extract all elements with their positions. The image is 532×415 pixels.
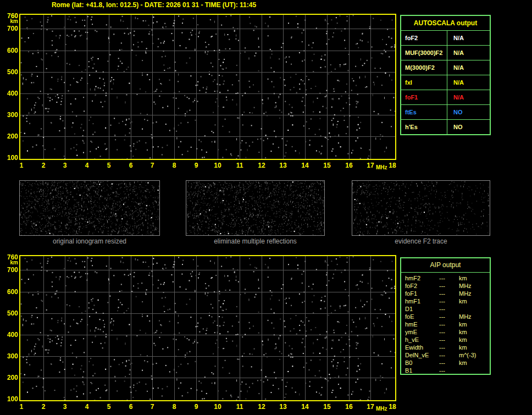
aip-row-value: ---: [439, 367, 459, 374]
aip-row-hmE: hmE---km: [405, 320, 490, 328]
autoscala-row-foF1: foF1N/A: [401, 90, 490, 105]
autoscala-row-foF2: foF2N/A: [401, 31, 490, 46]
aip-row-hmF1: hmF1---km: [405, 297, 490, 305]
aip-row-value: ---: [439, 297, 459, 305]
y-tick-label: 600: [2, 47, 18, 54]
x-unit-label-bottom: MHz: [376, 406, 387, 412]
aip-row-label: hmF1: [405, 297, 439, 305]
x-tick-label: 8: [166, 403, 182, 411]
aip-row-unit: km: [459, 274, 490, 282]
autoscala-row-value: N/A: [447, 60, 490, 75]
autoscala-row-MUF(3000)F2: MUF(3000)F2N/A: [401, 46, 490, 60]
autoscala-row-value: N/A: [447, 46, 490, 60]
aip-row-value: ---: [439, 290, 459, 297]
aip-row-unit: m^(-3): [459, 351, 490, 359]
x-tick-label: 4: [79, 162, 95, 169]
aip-row-label: ymE: [405, 328, 439, 336]
autoscala-row-value: N/A: [447, 90, 490, 104]
autoscala-row-label: ftEs: [401, 105, 447, 119]
x-tick-label: 12: [253, 403, 270, 411]
aip-row-unit: km: [459, 297, 490, 305]
aip-row-label: hmF2: [405, 274, 439, 282]
autoscala-row-label: foF2: [401, 31, 447, 45]
x-tick-label: 10: [209, 162, 226, 169]
aip-row-Ewidth: Ewidth---km: [405, 344, 490, 351]
aip-row-value: ---: [439, 274, 459, 282]
ionogram-canvas-top: [20, 15, 395, 159]
aip-row-label: hmE: [405, 320, 439, 328]
thumbnail-original-ionogram-canvas: [20, 181, 159, 235]
x-tick-label: 11: [231, 162, 248, 169]
ionogram-canvas-bottom: [20, 256, 395, 400]
aip-row-unit: km: [459, 320, 490, 328]
aip-row-value: ---: [439, 313, 459, 320]
autoscala-table-header: AUTOSCALA output: [401, 16, 490, 31]
x-tick-label: 16: [341, 403, 357, 411]
aip-row-D1: D1---: [405, 305, 490, 313]
aip-row-unit: km: [459, 344, 490, 351]
autoscala-window: Rome (lat: +41.8, lon: 012.5) - DATE: 20…: [0, 0, 532, 415]
y-tick-label: 300: [2, 111, 18, 119]
y-tick-label: 200: [2, 132, 18, 140]
aip-table: AIP output hmF2---kmfoF2---MHzfoF1---MHz…: [400, 257, 491, 375]
autoscala-row-label: fxI: [401, 75, 447, 90]
ionogram-plot-bottom: [19, 255, 396, 401]
x-tick-label: 7: [144, 162, 160, 169]
aip-row-label: B0: [405, 359, 439, 367]
autoscala-row-label: M(3000)F2: [401, 60, 447, 75]
autoscala-row-M(3000)F2: M(3000)F2N/A: [401, 60, 490, 75]
thumbnail-caption-evidence: evidence F2 trace: [352, 237, 490, 246]
aip-row-hmF2: hmF2---km: [405, 274, 490, 282]
x-tick-label: 3: [57, 403, 73, 411]
x-tick-label: 3: [57, 162, 73, 169]
aip-row-unit: MHz: [459, 290, 490, 297]
x-tick-label: 12: [253, 162, 270, 169]
aip-row-B0: B0---km: [405, 359, 490, 367]
autoscala-table-body: foF2N/AMUF(3000)F2N/AM(3000)F2N/AfxIN/Af…: [401, 31, 490, 134]
aip-row-h_vE: h_vE---km: [405, 336, 490, 344]
autoscala-row-label: MUF(3000)F2: [401, 46, 447, 60]
x-tick-label: 5: [101, 403, 117, 411]
aip-row-unit: MHz: [459, 282, 490, 290]
x-tick-label: 9: [188, 403, 204, 411]
aip-row-unit: [459, 367, 490, 374]
aip-row-unit: km: [459, 336, 490, 344]
aip-row-foF2: foF2---MHz: [405, 282, 490, 290]
ionogram-plot-top: [19, 14, 396, 160]
x-tick-label: 10: [209, 403, 226, 411]
thumbnail-eliminate-reflections: [186, 180, 325, 236]
x-tick-label: 6: [123, 403, 139, 411]
y-tick-label: 100: [2, 395, 18, 403]
autoscala-row-fxI: fxIN/A: [401, 75, 490, 90]
aip-row-label: foE: [405, 313, 439, 320]
aip-row-foE: foE---MHz: [405, 313, 490, 320]
x-tick-label: 13: [275, 162, 291, 169]
autoscala-row-label: foF1: [401, 90, 447, 104]
autoscala-table: AUTOSCALA output foF2N/AMUF(3000)F2N/AM(…: [400, 15, 491, 135]
x-tick-label: 14: [297, 403, 313, 411]
y-tick-label: 700: [2, 266, 18, 274]
x-tick-label: 1: [13, 162, 30, 169]
aip-table-body: hmF2---kmfoF2---MHzfoF1---MHzhmF1---kmD1…: [401, 273, 490, 374]
thumbnail-caption-eliminate: eliminate multiple reflections: [186, 237, 325, 246]
thumbnail-original-ionogram: [19, 180, 160, 236]
page-title: Rome (lat: +41.8, lon: 012.5) - DATE: 20…: [11, 1, 297, 9]
aip-row-B1: B1---: [405, 367, 490, 374]
aip-row-ymE: ymE---km: [405, 328, 490, 336]
autoscala-row-label: h'Es: [401, 120, 447, 134]
autoscala-row-value: NO: [447, 105, 490, 119]
x-tick-label: 1: [13, 403, 30, 411]
aip-row-unit: MHz: [459, 313, 490, 320]
y-tick-label: 100: [2, 154, 18, 162]
x-tick-label: 16: [341, 162, 357, 169]
autoscala-row-ftEs: ftEsNO: [401, 105, 490, 120]
x-tick-label: 2: [35, 162, 52, 169]
autoscala-row-value: NO: [447, 120, 490, 134]
aip-row-value: ---: [439, 282, 459, 290]
autoscala-row-h'Es: h'EsNO: [401, 120, 490, 134]
y-tick-label: 400: [2, 331, 18, 339]
x-tick-label: 5: [101, 162, 117, 169]
autoscala-row-value: N/A: [447, 75, 490, 90]
aip-row-label: h_vE: [405, 336, 439, 344]
x-tick-label: 15: [319, 403, 335, 411]
